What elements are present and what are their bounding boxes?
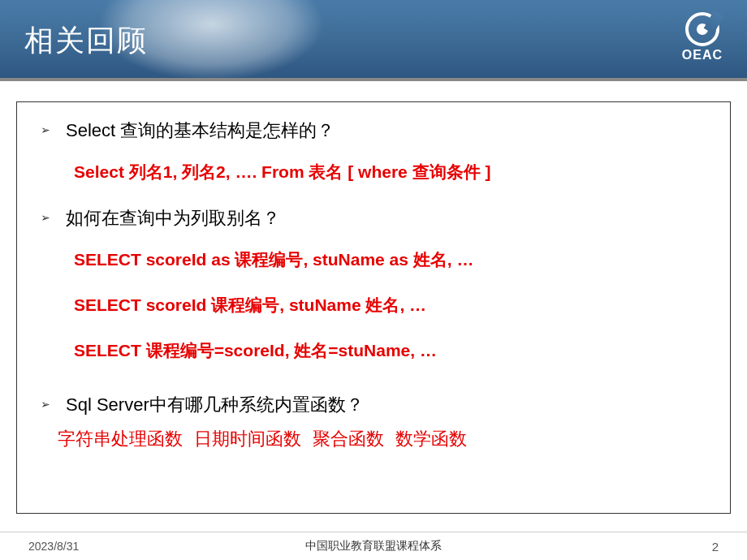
question-3: Sql Server中有哪几种系统内置函数？ bbox=[66, 393, 722, 417]
question-2: 如何在查询中为列取别名？ bbox=[66, 206, 722, 230]
answer-3: 字符串处理函数 日期时间函数 聚合函数 数学函数 bbox=[58, 427, 722, 451]
spacer bbox=[25, 385, 722, 393]
footer-center-text: 中国职业教育联盟课程体系 bbox=[305, 539, 442, 554]
slide-header: 相关回顾 OEAC bbox=[0, 0, 747, 81]
question-1: Select 查询的基本结构是怎样的？ bbox=[66, 118, 722, 143]
bullet-item: ➢ Select 查询的基本结构是怎样的？ bbox=[25, 118, 722, 143]
footer-date: 2023/8/31 bbox=[28, 540, 79, 553]
bullet-icon: ➢ bbox=[25, 206, 66, 224]
bullet-icon: ➢ bbox=[25, 118, 66, 136]
logo-text: OEAC bbox=[682, 48, 723, 62]
content-box: ➢ Select 查询的基本结构是怎样的？ Select 列名1, 列名2, …… bbox=[16, 101, 731, 514]
bullet-icon: ➢ bbox=[25, 393, 66, 411]
answer-2-2: SELECT scoreId 课程编号, stuName 姓名, … bbox=[74, 294, 722, 317]
footer-page-number: 2 bbox=[712, 540, 719, 554]
logo-area: OEAC bbox=[682, 12, 723, 62]
answer-1: Select 列名1, 列名2, …. From 表名 [ where 查询条件… bbox=[74, 161, 722, 183]
bullet-item: ➢ 如何在查询中为列取别名？ bbox=[25, 206, 722, 230]
header-divider bbox=[0, 78, 747, 81]
answer-2-3: SELECT 课程编号=scoreId, 姓名=stuName, … bbox=[74, 339, 722, 362]
bullet-item: ➢ Sql Server中有哪几种系统内置函数？ bbox=[25, 393, 722, 417]
slide-title: 相关回顾 bbox=[24, 21, 148, 61]
slide-footer: 2023/8/31 中国职业教育联盟课程体系 2 bbox=[0, 532, 747, 560]
answer-2-1: SELECT scoreId as 课程编号, stuName as 姓名, … bbox=[74, 248, 722, 271]
oeac-logo-icon bbox=[685, 12, 719, 46]
